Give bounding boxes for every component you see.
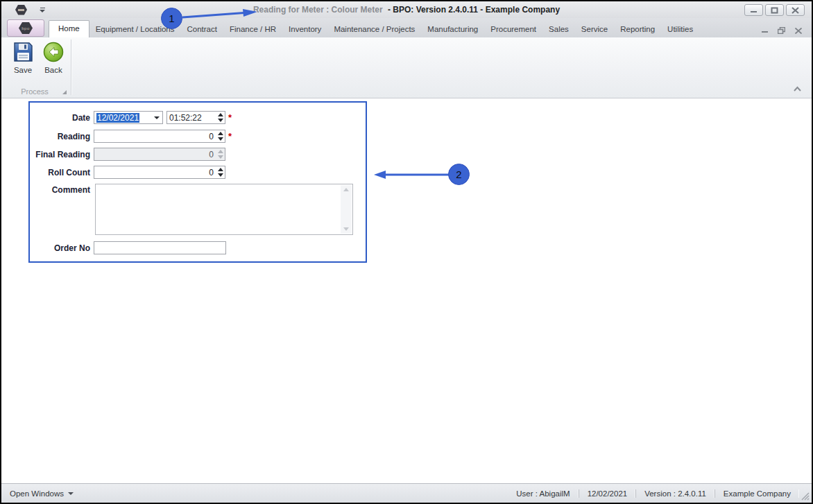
restore-icon [778,27,785,34]
status-date: 12/02/2021 [579,489,636,498]
status-bar-right: User : AbigailM 12/02/2021 Version : 2.4… [508,484,799,503]
mdi-close-button[interactable] [795,28,802,34]
roll-count-spinner[interactable] [216,166,225,178]
comment-input[interactable] [95,184,353,235]
mdi-window-controls [762,27,802,34]
tab-manufacturing[interactable]: Manufacturing [421,21,484,37]
tab-contract[interactable]: Contract [180,21,223,37]
roll-count-label: Roll Count [30,168,90,177]
reading-label: Reading [30,132,90,141]
open-windows-dropdown[interactable]: Open Windows [10,489,74,498]
resize-grip-icon[interactable] [801,492,810,501]
save-button[interactable]: Save [8,41,37,74]
status-user: User : AbigailM [508,489,578,498]
time-spinner[interactable] [216,112,225,123]
tab-home[interactable]: Home [49,20,89,37]
titlebar: Reading for Meter : Colour Meter - BPO: … [1,1,812,18]
comment-scrollbar[interactable] [341,185,352,234]
reading-row: Reading 0 * [30,130,366,143]
close-icon [795,28,802,34]
back-arrow-icon [42,41,65,63]
final-reading-input: 0 [94,148,225,161]
minimize-button[interactable] [744,4,763,16]
maximize-icon [771,7,778,14]
spin-up-icon [218,150,223,153]
roll-count-value: 0 [94,168,216,177]
date-row: Date 12/02/2021 01:52:22 * [30,111,366,124]
close-button[interactable] [786,4,805,16]
final-reading-value: 0 [94,150,216,159]
document-area: Date 12/02/2021 01:52:22 * Reading [1,98,812,483]
window-controls [742,4,805,16]
ribbon-tab-row: bpo Home Equipment / Locations Contract … [1,18,812,37]
open-windows-label: Open Windows [10,489,64,498]
bpo-logo-icon: bpo [19,22,33,34]
save-button-label: Save [14,66,32,74]
dialog-launcher-icon[interactable] [62,90,67,94]
quick-access-dropdown[interactable] [40,8,45,12]
ribbon-group-label: Process [1,87,68,96]
tab-sales[interactable]: Sales [542,21,575,37]
tab-equipment-locations[interactable]: Equipment / Locations [89,21,181,37]
application-window: Reading for Meter : Colour Meter - BPO: … [0,0,813,504]
chevron-up-icon [793,85,802,92]
final-reading-row: Final Reading 0 [30,148,366,161]
date-required-marker: * [228,112,232,123]
time-value: 01:52:22 [167,113,216,123]
order-no-row: Order No [30,241,366,254]
maximize-button[interactable] [765,4,784,16]
spin-up-icon [218,132,223,135]
ribbon-tabs: Home Equipment / Locations Contract Fina… [49,18,699,37]
close-icon [791,7,799,14]
mdi-restore-button[interactable] [778,27,785,34]
tab-inventory[interactable]: Inventory [282,21,327,37]
minimize-icon [762,28,768,33]
tab-procurement[interactable]: Procurement [484,21,542,37]
spin-up-icon [218,168,223,171]
ribbon: Save Back Process [1,37,812,98]
reading-required-marker: * [228,131,232,141]
date-value: 12/02/2021 [96,113,139,123]
order-no-input[interactable] [94,241,226,254]
time-input[interactable]: 01:52:22 [166,111,225,124]
status-bar: Open Windows User : AbigailM 12/02/2021 … [1,483,812,503]
chevron-down-icon [154,116,160,119]
window-title: Reading for Meter : Colour Meter - BPO: … [1,5,812,15]
reading-spinner[interactable] [216,130,225,142]
comment-label: Comment [30,185,90,195]
back-button[interactable]: Back [39,41,68,74]
chevron-down-icon [68,492,74,495]
scroll-up-icon [343,188,349,191]
status-company: Example Company [714,489,799,498]
tab-maintenance-projects[interactable]: Maintenance / Projects [327,21,421,37]
meter-reading-form: Date 12/02/2021 01:52:22 * Reading [28,101,367,263]
reading-value: 0 [94,132,216,141]
final-reading-spinner [216,148,225,160]
window-title-app: - BPO: Version 2.4.0.11 - Example Compan… [388,5,560,15]
collapse-ribbon-button[interactable] [793,82,802,95]
date-input[interactable]: 12/02/2021 [94,111,163,124]
roll-count-row: Roll Count 0 [30,166,366,179]
final-reading-label: Final Reading [30,150,90,159]
order-no-label: Order No [30,243,90,253]
application-menu-button[interactable]: bpo [7,19,44,37]
chevron-down-icon [40,10,45,12]
reading-input[interactable]: 0 [94,130,225,143]
bpo-app-icon [15,5,27,15]
spin-down-icon [218,119,223,122]
tab-utilities[interactable]: Utilities [661,21,699,37]
status-version: Version : 2.4.0.11 [635,489,714,498]
scroll-down-icon [343,227,349,231]
tab-service[interactable]: Service [575,21,614,37]
roll-count-input[interactable]: 0 [94,166,225,179]
spin-down-icon [218,155,223,159]
back-button-label: Back [44,66,62,74]
spin-down-icon [218,137,223,141]
spin-down-icon [218,173,223,177]
spin-up-icon [218,113,223,116]
date-dropdown-button[interactable] [151,112,162,123]
tab-finance-hr[interactable]: Finance / HR [223,21,282,37]
tab-reporting[interactable]: Reporting [614,21,661,37]
date-label: Date [30,113,90,123]
mdi-minimize-button[interactable] [762,28,768,33]
